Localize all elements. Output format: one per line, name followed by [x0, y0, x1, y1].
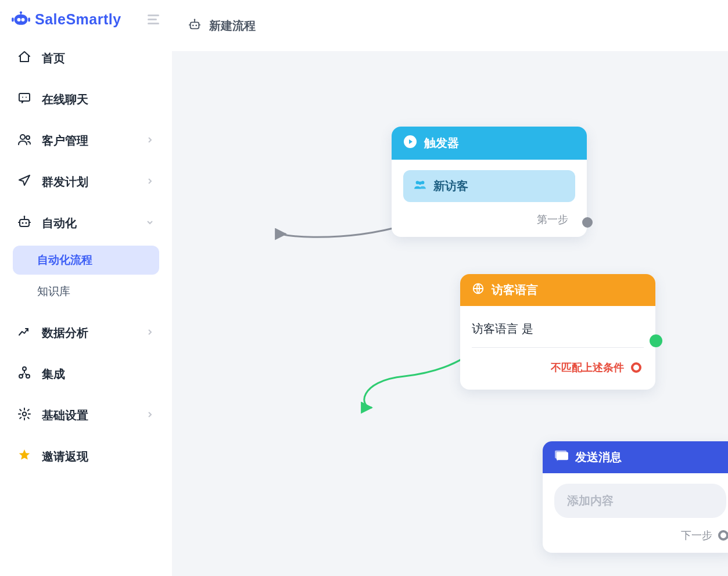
brand[interactable]: SaleSmartly	[10, 10, 121, 28]
svg-point-11	[26, 136, 30, 139]
svg-rect-12	[20, 219, 29, 226]
sidebar-sub-item-knowledge[interactable]: 知识库	[13, 277, 159, 306]
sidebar-item-settings[interactable]: 基础设置	[5, 399, 167, 432]
svg-point-1	[17, 18, 20, 21]
step-label: 下一步	[681, 528, 712, 542]
flow-canvas[interactable]: 触发器 新访客 第一步 访客语言	[172, 51, 728, 576]
condition-mismatch: 不匹配上述条件	[472, 348, 644, 379]
svg-point-14	[26, 222, 27, 224]
mismatch-port[interactable]	[631, 362, 641, 373]
svg-point-21	[192, 24, 194, 26]
main: 新建流程 触发器	[172, 0, 728, 576]
sidebar-collapse-button[interactable]	[148, 12, 162, 26]
svg-point-15	[24, 216, 26, 218]
svg-rect-6	[20, 13, 21, 15]
sidebar-item-label: 在线聊天	[42, 92, 155, 107]
card-title: 访客语言	[492, 282, 538, 298]
sidebar-item-label: 群发计划	[42, 174, 135, 190]
integration-icon	[17, 366, 31, 383]
sidebar-item-label: 基础设置	[42, 408, 135, 423]
sidebar-item-label: 邀请返现	[42, 449, 155, 465]
sidebar-nav: 首页 在线聊天 客户管理 群发计划	[0, 42, 172, 473]
add-content-button[interactable]: 添加内容	[554, 484, 726, 518]
output-port[interactable]	[718, 530, 728, 541]
chart-icon	[17, 325, 31, 341]
svg-rect-20	[191, 22, 199, 28]
svg-point-23	[194, 19, 196, 20]
step-label: 第一步	[537, 213, 568, 226]
chevron-right-icon	[145, 175, 155, 189]
sidebar-sub-automation: 自动化流程 知识库	[5, 246, 167, 306]
visitors-icon	[414, 179, 426, 193]
gear-icon	[17, 407, 31, 424]
trigger-pill[interactable]: 新访客	[403, 170, 575, 202]
chevron-down-icon	[145, 217, 155, 230]
sidebar-item-label: 客户管理	[42, 133, 135, 149]
chat-icon	[17, 91, 31, 108]
sidebar-item-chat[interactable]: 在线聊天	[5, 83, 167, 116]
svg-point-8	[22, 97, 23, 98]
sidebar-item-label: 自动化流程	[37, 254, 92, 266]
card-body: 访客语言 是 不匹配上述条件	[460, 306, 655, 390]
card-footer: 下一步	[543, 528, 728, 553]
robot-icon	[17, 215, 31, 232]
sidebar-item-home[interactable]: 首页	[5, 42, 167, 75]
chevron-right-icon	[145, 409, 155, 422]
brand-name: SaleSmartly	[35, 11, 121, 28]
brand-row: SaleSmartly	[0, 6, 172, 42]
chevron-right-icon	[145, 134, 155, 147]
svg-point-19	[23, 412, 26, 416]
svg-rect-3	[12, 17, 14, 21]
home-icon	[17, 50, 31, 67]
svg-point-13	[22, 222, 24, 224]
card-header: 发送消息	[543, 441, 728, 473]
sidebar-item-label: 知识库	[37, 285, 70, 297]
svg-rect-7	[19, 93, 30, 101]
condition-predicate[interactable]: 访客语言 是	[472, 316, 644, 348]
sidebar-sub-item-automation-flow[interactable]: 自动化流程	[13, 246, 159, 275]
sidebar-item-analytics[interactable]: 数据分析	[5, 316, 167, 350]
card-header: 访客语言	[460, 274, 655, 306]
svg-point-10	[20, 135, 25, 139]
sidebar-item-label: 数据分析	[42, 325, 135, 341]
users-icon	[17, 132, 31, 149]
star-icon	[17, 448, 31, 465]
sidebar-item-automation[interactable]: 自动化	[5, 207, 167, 240]
robot-icon	[188, 18, 201, 34]
svg-point-9	[26, 97, 27, 98]
play-icon	[403, 135, 417, 152]
flow-node-condition[interactable]: 访客语言 访客语言 是 不匹配上述条件	[460, 274, 655, 390]
sidebar-item-referral[interactable]: 邀请返现	[5, 440, 167, 473]
output-port[interactable]	[582, 217, 593, 228]
svg-rect-4	[28, 17, 30, 21]
robot-icon	[10, 10, 31, 28]
trigger-label: 新访客	[433, 178, 468, 194]
card-footer: 第一步	[392, 213, 587, 237]
topbar: 新建流程	[172, 0, 728, 51]
card-body: 添加内容	[543, 473, 728, 528]
sidebar-item-label: 集成	[42, 366, 155, 382]
sidebar-item-label: 首页	[42, 51, 155, 66]
card-title: 发送消息	[575, 449, 622, 465]
svg-point-22	[195, 24, 197, 26]
page-title: 新建流程	[209, 18, 256, 34]
sidebar: SaleSmartly 首页 在线聊天 客户管理	[0, 0, 172, 576]
flow-node-trigger[interactable]: 触发器 新访客 第一步	[392, 127, 587, 237]
svg-point-2	[21, 18, 25, 21]
mismatch-label: 不匹配上述条件	[551, 361, 624, 375]
match-port[interactable]	[650, 334, 662, 347]
sidebar-item-broadcast[interactable]: 群发计划	[5, 165, 167, 199]
svg-rect-0	[15, 15, 28, 25]
placeholder: 添加内容	[567, 494, 614, 507]
sidebar-item-integration[interactable]: 集成	[5, 358, 167, 391]
chevron-right-icon	[145, 326, 155, 340]
card-header: 触发器	[392, 127, 587, 160]
svg-point-27	[418, 181, 422, 185]
card-body: 新访客	[392, 160, 587, 213]
flow-node-action[interactable]: 发送消息 添加内容 下一步	[543, 441, 728, 553]
send-icon	[17, 174, 31, 190]
message-icon	[554, 449, 568, 465]
sidebar-item-customers[interactable]: 客户管理	[5, 124, 167, 157]
sidebar-item-label: 自动化	[42, 215, 135, 231]
card-title: 触发器	[424, 135, 459, 151]
